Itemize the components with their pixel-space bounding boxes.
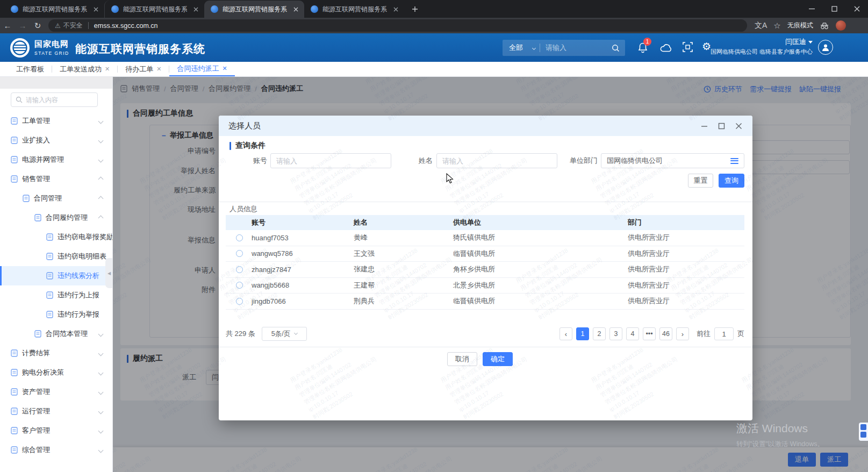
table-row[interactable]: zhangjz7847张建忠角杯乡供电所供电所营业厅	[226, 262, 744, 278]
cloud-icon[interactable]	[660, 43, 673, 52]
page-tab-3[interactable]: 待办工单✕	[118, 62, 169, 76]
sidebar-item-15[interactable]: 运行管理	[0, 402, 112, 421]
sidebar-item-17[interactable]: 综合管理	[0, 440, 112, 460]
page-tab-4[interactable]: 合同违约派工✕	[169, 62, 234, 76]
radio-button[interactable]	[236, 282, 243, 289]
tab-close-icon[interactable]: ✕	[156, 66, 161, 73]
search-icon[interactable]	[612, 44, 620, 52]
cancel-button[interactable]: 取消	[447, 352, 477, 366]
address-bar[interactable]: ⚠ 不安全 emss.sx.sgcc.com.cn	[48, 19, 747, 32]
tab-close-icon[interactable]	[291, 5, 300, 13]
tab-close-icon[interactable]	[191, 5, 200, 13]
sidebar-item-16[interactable]: 客户管理	[0, 421, 112, 440]
dialog-close-button[interactable]	[734, 121, 743, 130]
dialog-header[interactable]: 选择人员	[219, 116, 752, 136]
sidebar-item-13[interactable]: 购电分析决策	[0, 363, 112, 382]
user-avatar[interactable]	[818, 40, 833, 55]
toolbar-right: 文A ☆ 无痕模式	[755, 20, 851, 31]
bookmark-star-icon[interactable]: ☆	[773, 21, 780, 31]
page-size-select[interactable]: 5条/页	[262, 327, 307, 341]
sidebar-item-label: 违约窃电明细表	[58, 252, 106, 261]
prev-page-button[interactable]: ‹	[559, 327, 572, 340]
goto-page-input[interactable]	[714, 327, 734, 340]
sidebar-item-3[interactable]: 销售管理	[0, 169, 112, 189]
sidebar-search-input[interactable]	[26, 96, 85, 104]
confirm-button[interactable]: 确定	[483, 352, 513, 366]
table-row[interactable]: jingdb7066荆典兵临晋镇供电所供电所营业厅	[226, 294, 744, 310]
sidebar-item-label: 电源并网管理	[22, 155, 64, 165]
tab-close-icon[interactable]	[91, 5, 100, 13]
browser-tab-title: 能源互联网营销服务系统	[322, 5, 387, 14]
sidebar-item-6[interactable]: 违约窃电举报奖励	[0, 227, 112, 247]
browser-tab[interactable]: 能源互联网营销服务系统	[304, 1, 404, 18]
sidebar-item-14[interactable]: 资产管理	[0, 382, 112, 402]
search-scope-select[interactable]: 全部	[503, 43, 536, 53]
page-tab-label: 工单发送成功	[60, 65, 102, 74]
reset-button[interactable]: 重置	[688, 174, 713, 188]
reload-button[interactable]: ↻	[30, 21, 45, 31]
tab-close-icon[interactable]: ✕	[105, 66, 110, 73]
back-button[interactable]: ←	[0, 21, 15, 30]
sidebar-item-12[interactable]: 计费结算	[0, 344, 112, 363]
floating-widget[interactable]	[859, 423, 868, 441]
page-button-1[interactable]: 1	[576, 327, 589, 340]
forward-button[interactable]: →	[15, 21, 30, 30]
browser-tab[interactable]: 能源互联网营销服务系统	[104, 1, 204, 18]
sidebar-item-1[interactable]: 业扩接入	[0, 131, 112, 150]
org-tree-menu-icon[interactable]	[730, 158, 738, 164]
next-page-button[interactable]: ›	[676, 327, 689, 340]
dialog-minimize-button[interactable]	[700, 121, 708, 130]
tab-close-icon[interactable]: ✕	[222, 65, 227, 72]
page-button-46[interactable]: 46	[659, 327, 672, 340]
sidebar-item-4[interactable]: 合同管理	[0, 189, 112, 208]
divider	[540, 44, 540, 52]
sidebar-item-0[interactable]: 工单管理	[0, 111, 112, 131]
sidebar-item-9[interactable]: 违约行为上报	[0, 285, 112, 305]
page-tab-label: 待办工单	[125, 65, 153, 74]
translate-icon[interactable]: 文A	[755, 21, 767, 31]
table-row[interactable]: huangf7053黄峰猗氏镇供电所供电所营业厅	[226, 230, 744, 246]
account-input[interactable]	[270, 153, 391, 168]
sidebar-item-11[interactable]: 合同范本管理	[0, 324, 112, 344]
incognito-icon	[820, 22, 829, 30]
radio-button[interactable]	[236, 250, 243, 257]
user-name[interactable]: 闫匡迪	[720, 37, 813, 47]
page-button-4[interactable]: 4	[626, 327, 639, 340]
browser-tab[interactable]: 能源互联网营销服务系统	[204, 1, 304, 18]
new-tab-button[interactable]	[407, 2, 422, 17]
browser-profile-avatar[interactable]	[836, 20, 846, 31]
department-input[interactable]: 国网临猗供电公司	[601, 153, 744, 168]
brand-block: 国家电网 STATE GRID	[34, 39, 69, 56]
sidebar-item-label: 业扩接入	[22, 135, 50, 145]
sidebar-item-8[interactable]: 违约线索分析	[0, 266, 112, 285]
browser-tab[interactable]: 能源互联网营销服务系统	[4, 1, 104, 18]
incognito-label: 无痕模式	[787, 21, 813, 30]
sidebar-search[interactable]	[11, 92, 98, 107]
window-maximize-button[interactable]	[823, 0, 845, 18]
table-cell: 北景乡供电所	[449, 281, 623, 290]
page-button-2[interactable]: 2	[593, 327, 606, 340]
query-button[interactable]: 查询	[719, 174, 744, 188]
window-minimize-button[interactable]	[800, 0, 823, 18]
page-ellipsis[interactable]: •••	[643, 327, 656, 340]
table-row[interactable]: wangjb5668王建帮北景乡供电所供电所营业厅	[226, 278, 744, 294]
global-search[interactable]: 全部 请输入	[503, 40, 625, 56]
sidebar-item-10[interactable]: 违约行为举报	[0, 305, 112, 324]
sidebar-item-7[interactable]: 违约窃电明细表	[0, 247, 112, 266]
sidebar-item-label: 违约线索分析	[58, 271, 99, 281]
table-row[interactable]: wangwq5786王文强临晋镇供电所供电所营业厅	[226, 246, 744, 262]
dialog-maximize-button[interactable]	[717, 121, 726, 130]
document-icon	[11, 137, 18, 144]
radio-button[interactable]	[236, 298, 243, 305]
sidebar-collapse-handle[interactable]: ◀	[105, 258, 113, 288]
page-button-3[interactable]: 3	[609, 327, 622, 340]
sidebar-item-5[interactable]: 合同履约管理	[0, 208, 112, 227]
sidebar-item-2[interactable]: 电源并网管理	[0, 150, 112, 169]
tab-close-icon[interactable]	[391, 5, 400, 13]
page-tab-2[interactable]: 工单发送成功✕	[52, 62, 117, 76]
name-input[interactable]	[436, 153, 557, 168]
radio-button[interactable]	[236, 266, 243, 273]
window-close-button[interactable]	[845, 0, 868, 18]
radio-button[interactable]	[236, 234, 243, 241]
page-tab-1[interactable]: 工作看板	[9, 62, 52, 76]
